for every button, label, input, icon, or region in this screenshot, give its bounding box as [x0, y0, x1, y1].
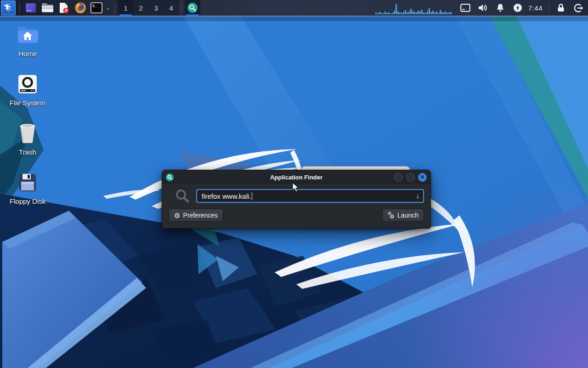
firefox-icon — [74, 2, 86, 14]
desktop-icon-filesystem[interactable]: File System — [6, 72, 50, 121]
close-button[interactable]: ✕ — [418, 173, 427, 182]
desktop-icon-home[interactable]: Home — [6, 23, 50, 72]
firefox-launcher[interactable] — [73, 0, 88, 15]
cpu-graph[interactable] — [375, 1, 452, 14]
file-manager-launcher[interactable] — [40, 0, 55, 15]
logout-icon[interactable] — [573, 3, 583, 13]
window-title: Application Finder — [162, 174, 430, 181]
workspace-4[interactable]: 4 — [164, 0, 179, 16]
search-icon — [175, 189, 190, 203]
power-manager-icon[interactable] — [513, 3, 523, 13]
workspace-1[interactable]: 1 — [118, 0, 133, 16]
file-manager-icon — [41, 2, 54, 13]
filesystem-drive-icon — [18, 72, 37, 96]
workspace-2[interactable]: 2 — [133, 0, 148, 16]
kali-dragon-icon — [2, 2, 14, 14]
text-editor-icon — [58, 2, 69, 14]
display-icon[interactable] — [460, 3, 470, 13]
minimize-button[interactable] — [394, 173, 403, 182]
panel-separator — [19, 3, 20, 13]
volume-icon[interactable] — [478, 3, 488, 13]
mouse-cursor — [292, 182, 301, 193]
desktop-icon-list: Home File System — [6, 23, 50, 220]
desktop-icon-floppy[interactable]: Floppy Disk — [6, 171, 50, 220]
desktop-icon-trash[interactable]: Trash — [6, 121, 50, 171]
application-finder-window: Application Finder ✕ firefox www.kali. ↓ — [162, 170, 431, 229]
workspace-3[interactable]: 3 — [148, 0, 164, 16]
preferences-button[interactable]: ⚙ Preferences — [169, 209, 223, 222]
terminal-icon: $_ — [90, 2, 102, 13]
text-editor-launcher[interactable] — [57, 0, 71, 15]
notifications-icon[interactable] — [495, 3, 505, 13]
kali-menu-button[interactable] — [1, 0, 16, 15]
chevron-down-icon[interactable]: ⌄ — [104, 5, 111, 11]
desktop-icon-label: Home — [18, 50, 37, 58]
desktop-screen: Home File System — [0, 0, 588, 368]
trash-icon — [18, 121, 37, 145]
app-menu-purple-icon — [25, 2, 37, 14]
run-gears-icon: ⚙⚙ — [388, 212, 395, 219]
maximize-button[interactable] — [406, 173, 415, 182]
taskbar-application-finder[interactable] — [185, 0, 200, 16]
panel-separator — [115, 3, 115, 13]
search-input[interactable]: firefox www.kali. ↓ — [196, 189, 424, 203]
svg-text:$_: $_ — [92, 4, 97, 8]
app-menu-launcher[interactable] — [23, 0, 38, 15]
floppy-disk-icon — [18, 171, 37, 195]
lock-icon[interactable] — [556, 3, 566, 13]
top-panel: $_ ⌄ 1 2 3 4 — [0, 0, 588, 17]
terminal-launcher[interactable]: $_ — [90, 0, 103, 15]
search-input-value: firefox www.kali. — [202, 192, 251, 200]
application-finder-icon — [187, 2, 198, 14]
desktop-icon-label: Floppy Disk — [10, 197, 45, 205]
panel-separator — [181, 3, 182, 13]
close-icon: ✕ — [420, 174, 424, 180]
clock[interactable]: 7:44 — [528, 4, 543, 12]
workspace-switcher: 1 2 3 4 — [118, 0, 179, 16]
home-folder-icon — [17, 23, 38, 47]
launch-button[interactable]: ⚙⚙ Launch — [382, 209, 424, 222]
text-caret — [252, 192, 253, 200]
panel-separator — [549, 3, 549, 13]
desktop-icon-label: File System — [10, 99, 45, 107]
desktop-icon-label: Trash — [19, 148, 36, 156]
gear-icon: ⚙ — [174, 212, 180, 219]
dropdown-arrow-icon[interactable]: ↓ — [416, 192, 419, 200]
